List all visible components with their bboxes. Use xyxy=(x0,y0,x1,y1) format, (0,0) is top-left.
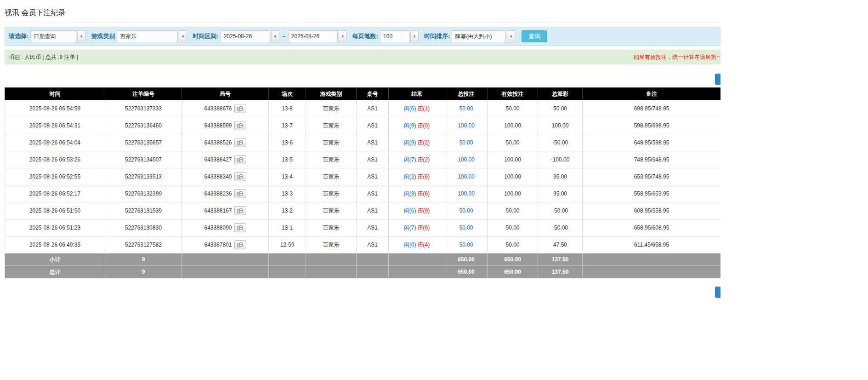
cell-valid-bet: 50.00 xyxy=(488,100,538,117)
view-cards-button[interactable] xyxy=(234,240,246,249)
cell-round-id: 643388676 xyxy=(182,100,269,117)
result-player: 闲(9) xyxy=(404,139,416,146)
cell-total-bet: 100.00 xyxy=(445,117,488,134)
date-mode-input[interactable] xyxy=(30,30,76,42)
cell-total-bet: 50.00 xyxy=(445,219,488,236)
chevron-down-icon[interactable]: ▾ xyxy=(507,30,515,42)
search-button[interactable]: 查询 xyxy=(522,30,547,42)
filter-label-page-size: 每页笔数: xyxy=(352,32,378,40)
cell-round-id: 643388167 xyxy=(182,202,269,219)
column-header: 时间 xyxy=(5,88,105,100)
page-size-input[interactable] xyxy=(380,30,409,42)
total-bet-link[interactable]: 100.00 xyxy=(458,156,475,163)
cell-table-no: AS1 xyxy=(357,100,389,117)
date-mode-select[interactable]: ▾ xyxy=(30,30,85,42)
round-id: 643387801 xyxy=(204,242,232,248)
total-bet-link[interactable]: 50.00 xyxy=(459,139,473,146)
date-from-input[interactable] xyxy=(221,30,270,42)
sort-order-input[interactable] xyxy=(452,30,506,42)
view-cards-button[interactable] xyxy=(234,138,246,147)
cell-session: 12-59 xyxy=(269,236,306,253)
cell-time: 2025-08-26 06:52:55 xyxy=(5,168,105,185)
footer-empty-cell xyxy=(182,266,269,278)
cell-valid-bet: 100.00 xyxy=(488,117,538,134)
cell-payout: -50.00 xyxy=(538,202,583,219)
cell-game-type: 百家乐 xyxy=(306,168,357,185)
cell-round-id: 643388526 xyxy=(182,134,269,151)
cell-game-type: 百家乐 xyxy=(306,117,357,134)
view-cards-button[interactable] xyxy=(234,206,246,215)
view-cards-button[interactable] xyxy=(234,155,246,164)
round-id: 643388676 xyxy=(204,105,232,112)
cell-game-type: 百家乐 xyxy=(306,100,357,117)
chevron-down-icon[interactable]: ▾ xyxy=(339,30,347,42)
total-bet-link[interactable]: 50.00 xyxy=(459,207,473,214)
view-cards-button[interactable] xyxy=(234,189,246,198)
total-bet-link[interactable]: 50.00 xyxy=(459,242,473,248)
date-to-input[interactable] xyxy=(288,30,338,42)
date-from-picker[interactable]: ▾ xyxy=(221,30,279,42)
game-type-select[interactable]: ▾ xyxy=(117,30,187,42)
view-cards-button[interactable] xyxy=(234,223,246,232)
subtotal-valid-bet: 650.00 xyxy=(488,253,538,266)
view-cards-button[interactable] xyxy=(234,172,246,181)
chevron-down-icon[interactable]: ▾ xyxy=(410,30,419,42)
subtotal-payout: 137.50 xyxy=(538,253,583,266)
cell-result: 闲(6)庄(9) xyxy=(389,202,445,219)
date-to-picker[interactable]: ▾ xyxy=(288,30,347,42)
cell-session: 13-3 xyxy=(269,185,306,202)
cell-bet-id: 522763127582 xyxy=(105,236,182,253)
footer-empty-cell xyxy=(306,253,357,266)
total-total-bet: 650.00 xyxy=(445,266,488,278)
summary-bar: 币别 : 人民币 | 总共 :9 注单 | 同局有效投注，统一计算在该局第一张注… xyxy=(5,50,720,64)
column-header: 桌号 xyxy=(357,88,389,100)
chevron-down-icon[interactable]: ▾ xyxy=(77,30,85,42)
cell-remark: 558.95/653.95 xyxy=(583,185,721,202)
footer-empty-cell xyxy=(306,266,357,278)
table-header-row: 时间注单编号局号场次游戏类别桌号结果总投注有效投注总派彩备注 xyxy=(5,88,721,100)
cards-icon xyxy=(237,174,244,180)
cell-valid-bet: 100.00 xyxy=(488,168,538,185)
total-bet-link[interactable]: 100.00 xyxy=(458,173,475,180)
round-id: 643388236 xyxy=(204,190,232,197)
column-header: 总投注 xyxy=(445,88,488,100)
cell-valid-bet: 100.00 xyxy=(488,151,538,168)
filter-label-game-type: 游戏类别 xyxy=(91,32,115,40)
result-banker: 庄(6) xyxy=(418,225,430,231)
page-size-select[interactable]: ▾ xyxy=(380,30,419,42)
chevron-down-icon[interactable]: ▾ xyxy=(179,30,187,42)
round-id: 643388340 xyxy=(204,173,232,180)
cell-total-bet: 100.00 xyxy=(445,185,488,202)
cell-result: 闲(7)庄(6) xyxy=(389,219,445,236)
currency-summary-text: 币别 : 人民币 | 总共 :9 注单 | xyxy=(9,53,78,61)
game-type-input[interactable] xyxy=(117,30,178,42)
view-cards-button[interactable] xyxy=(234,121,246,130)
cell-total-bet: 100.00 xyxy=(445,151,488,168)
cell-valid-bet: 50.00 xyxy=(488,219,538,236)
footer-empty-cell xyxy=(389,266,445,278)
sort-order-select[interactable]: ▾ xyxy=(452,30,515,42)
cell-time: 2025-08-26 06:52:17 xyxy=(5,185,105,202)
clipped-action-button-bottom[interactable] xyxy=(715,287,720,298)
total-bet-link[interactable]: 50.00 xyxy=(459,105,473,112)
filter-label-date-range: 时间区间: xyxy=(193,32,218,40)
cell-game-type: 百家乐 xyxy=(306,134,357,151)
chevron-down-icon[interactable]: ▾ xyxy=(271,30,279,42)
cell-valid-bet: 50.00 xyxy=(488,202,538,219)
total-bet-link[interactable]: 100.00 xyxy=(458,122,475,129)
cell-bet-id: 522763137333 xyxy=(105,100,182,117)
total-valid-bet: 650.00 xyxy=(488,266,538,278)
column-header: 场次 xyxy=(269,88,306,100)
cell-session: 13-5 xyxy=(269,151,306,168)
result-banker: 庄(6) xyxy=(418,190,430,197)
view-cards-button[interactable] xyxy=(234,104,246,113)
cell-remark: 611.45/658.95 xyxy=(583,236,721,253)
table-row: 2025-08-26 06:52:17 522763132399 6433882… xyxy=(5,185,721,202)
total-bet-link[interactable]: 50.00 xyxy=(459,225,473,231)
footer-empty-cell xyxy=(269,266,306,278)
cell-table-no: AS1 xyxy=(357,219,389,236)
total-count: 9 xyxy=(105,266,182,278)
cell-round-id: 643388340 xyxy=(182,168,269,185)
total-bet-link[interactable]: 100.00 xyxy=(458,190,475,197)
clipped-action-button-top[interactable] xyxy=(715,74,720,85)
